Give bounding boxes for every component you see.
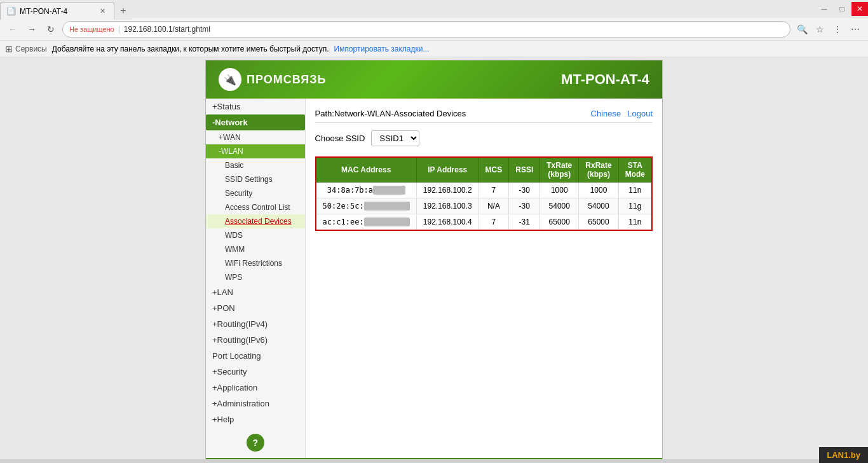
mac-cell-3: ac:c1:ee: ██:██:██ (316, 214, 417, 231)
sidebar-item-wlan[interactable]: -WLAN (206, 144, 305, 158)
col-rssi: RSSI (509, 157, 540, 183)
col-sta-mode: STAMode (618, 157, 652, 183)
sidebar-item-pon[interactable]: +PON (206, 300, 305, 316)
breadcrumb-bar: Path:Network-WLAN-Associated Devices Chi… (315, 105, 653, 123)
lan-badge: LAN1.by (819, 447, 868, 463)
ssid-label: Choose SSID (315, 134, 365, 143)
sidebar-item-routing-ipv6[interactable]: +Routing(IPv6) (206, 332, 305, 348)
mac-blurred-1: ██:██ (373, 186, 405, 195)
page-wrapper: 🔌 ПРОМСВЯЗЬ MT-PON-AT-4 +Status -Network… (0, 57, 868, 459)
sidebar-item-wps[interactable]: WPS (206, 270, 305, 284)
close-button[interactable]: ✕ (851, 2, 868, 16)
new-tab-button[interactable]: + (114, 2, 132, 20)
tab-bar: 📄 MT-PON-AT-4 ✕ + (0, 0, 132, 20)
security-indicator: Не защищено (69, 25, 114, 33)
mcs-cell-1: 7 (478, 183, 509, 198)
chinese-link[interactable]: Chinese (591, 109, 621, 118)
sta-cell-2: 11g (618, 198, 652, 214)
sidebar-item-application[interactable]: +Application (206, 380, 305, 396)
help-circle-button[interactable]: ? (247, 434, 264, 452)
sidebar-item-wmm[interactable]: WMM (206, 242, 305, 256)
address-separator: | (118, 25, 120, 34)
bookmark-star-icon[interactable]: ☆ (812, 22, 827, 37)
col-rxrate: RxRate(kbps) (579, 157, 618, 183)
sidebar-item-status[interactable]: +Status (206, 99, 305, 114)
rssi-cell-3: -31 (509, 214, 540, 231)
browser-menu-icon[interactable]: ⋮ (830, 22, 845, 37)
forward-button[interactable]: → (24, 22, 39, 37)
mcs-cell-3: 7 (478, 214, 509, 231)
logo-text: ПРОМСВЯЗЬ (247, 73, 326, 86)
txrate-cell-1: 1000 (540, 183, 579, 198)
lan-text-end: .by (848, 450, 860, 460)
tab-close-button[interactable]: ✕ (97, 6, 107, 17)
router-model: MT-PON-AT-4 (561, 71, 649, 88)
sidebar-item-administration[interactable]: +Administration (206, 396, 305, 411)
txrate-cell-3: 65000 (540, 214, 579, 231)
mac-cell-1: 34:8a:7b:a ██:██ (316, 183, 417, 198)
back-button[interactable]: ← (5, 22, 20, 37)
devices-table: MAC Address IP Address MCS RSSI TxRate(k… (315, 156, 653, 231)
mac-cell-2: 50:2e:5c: ██:██:██ (316, 198, 417, 214)
apps-label: Сервисы (15, 45, 47, 53)
logo-icon: 🔌 (219, 68, 241, 91)
rxrate-cell-3: 65000 (579, 214, 618, 231)
sidebar-item-security[interactable]: Security (206, 186, 305, 200)
tab-favicon: 📄 (7, 7, 16, 16)
rxrate-cell-1: 1000 (579, 183, 618, 198)
window-controls: ─ □ ✕ (816, 2, 868, 16)
minimize-button[interactable]: ─ (816, 2, 832, 16)
sidebar-item-ssid-settings[interactable]: SSID Settings (206, 172, 305, 186)
ssid-dropdown[interactable]: SSID1 SSID2 SSID3 SSID4 (371, 130, 419, 146)
lan-text-normal: LAN (827, 450, 844, 460)
extensions-icon[interactable]: ⋯ (848, 22, 863, 37)
content-area: Path:Network-WLAN-Associated Devices Chi… (306, 99, 662, 458)
mac-blurred-3: ██:██:██ (364, 218, 410, 226)
table-row: ac:c1:ee: ██:██:██ 192.168.100.4 7 -31 6… (316, 214, 652, 231)
search-icon[interactable]: 🔍 (794, 22, 810, 37)
reload-button[interactable]: ↻ (43, 22, 58, 37)
apps-shortcut[interactable]: ⊞ Сервисы (5, 44, 47, 54)
sidebar-item-routing-ipv4[interactable]: +Routing(IPv4) (206, 316, 305, 332)
main-layout: +Status -Network +WAN -WLAN Basic SSID S… (206, 99, 662, 458)
sidebar-item-wan[interactable]: +WAN (206, 130, 305, 144)
address-url: 192.168.100.1/start.ghtml (124, 25, 783, 34)
sidebar-item-wds[interactable]: WDS (206, 228, 305, 242)
import-bookmarks-link[interactable]: Импортировать закладки... (334, 45, 430, 53)
mcs-cell-2: N/A (478, 198, 509, 214)
sidebar-item-associated-devices[interactable]: Associated Devices (206, 214, 305, 228)
address-bar[interactable]: Не защищено | 192.168.100.1/start.ghtml (62, 21, 790, 38)
sidebar-item-lan[interactable]: +LAN (206, 284, 305, 300)
rxrate-cell-2: 54000 (579, 198, 618, 214)
ip-cell-1: 192.168.100.2 (416, 183, 478, 198)
col-mac-address: MAC Address (316, 157, 417, 183)
sidebar-item-network[interactable]: -Network (206, 114, 305, 130)
col-ip-address: IP Address (416, 157, 478, 183)
col-txrate: TxRate(kbps) (540, 157, 579, 183)
rssi-cell-1: -30 (509, 183, 540, 198)
tab-title: MT-PON-AT-4 (20, 7, 93, 16)
active-tab[interactable]: 📄 MT-PON-AT-4 ✕ (0, 2, 114, 20)
sidebar-item-basic[interactable]: Basic (206, 158, 305, 172)
txrate-cell-2: 54000 (540, 198, 579, 214)
window-title-bar: 📄 MT-PON-AT-4 ✕ + ─ □ ✕ (0, 0, 868, 18)
maximize-button[interactable]: □ (834, 2, 850, 16)
table-row: 50:2e:5c: ██:██:██ 192.168.100.3 N/A -30… (316, 198, 652, 214)
sidebar: +Status -Network +WAN -WLAN Basic SSID S… (206, 99, 306, 458)
breadcrumb-links: Chinese Logout (591, 109, 653, 118)
logout-link[interactable]: Logout (627, 109, 653, 118)
sidebar-item-port-locating[interactable]: Port Locating (206, 348, 305, 364)
sidebar-item-security-section[interactable]: +Security (206, 364, 305, 380)
browser-toolbar: ← → ↻ Не защищено | 192.168.100.1/start.… (0, 18, 868, 41)
sidebar-item-help[interactable]: +Help (206, 411, 305, 427)
sidebar-item-access-control[interactable]: Access Control List (206, 200, 305, 214)
rssi-cell-2: -30 (509, 198, 540, 214)
router-header: 🔌 ПРОМСВЯЗЬ MT-PON-AT-4 (206, 60, 662, 99)
apps-grid-icon: ⊞ (5, 44, 13, 54)
ip-cell-3: 192.168.100.4 (416, 214, 478, 231)
sidebar-item-wifi-restrictions[interactable]: WiFi Restrictions (206, 256, 305, 270)
refresh-bar: Refresh (206, 458, 662, 459)
breadcrumb-text: Path:Network-WLAN-Associated Devices (315, 109, 466, 118)
sta-cell-3: 11n (618, 214, 652, 231)
mac-blurred-2: ██:██:██ (364, 202, 410, 211)
